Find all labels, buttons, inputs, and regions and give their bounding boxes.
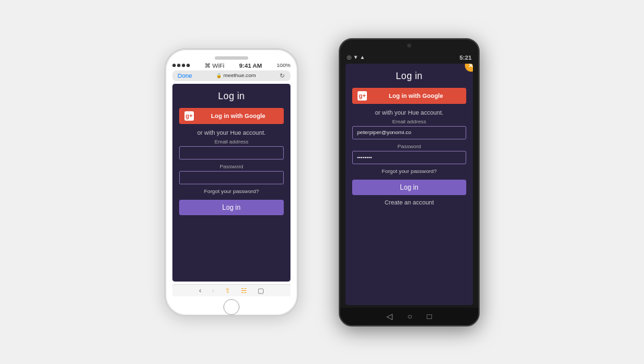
iphone-tabs-icon[interactable]: ▢ <box>258 287 264 294</box>
iphone-screen-title: Log in <box>179 90 284 101</box>
android-google-icon: g+ <box>358 91 367 101</box>
android-screen-title: Log in <box>352 70 466 81</box>
android-recents-button[interactable]: □ <box>427 312 432 321</box>
iphone-home-button[interactable] <box>223 299 239 315</box>
iphone-battery: 100% <box>277 62 290 68</box>
iphone-toolbar: ‹ › ⇧ ☵ ▢ <box>172 284 290 296</box>
iphone-device: ⌘ WiFi 9:41 AM 100% Done 🔒 meethue.com ↻… <box>164 48 299 316</box>
iphone-email-input[interactable] <box>179 146 284 160</box>
android-password-label: Password <box>352 143 466 149</box>
iphone-google-login-button[interactable]: g+ Log in with Google <box>179 108 284 124</box>
browser-refresh-icon[interactable]: ↻ <box>280 72 285 79</box>
android-email-label: Email address <box>352 119 466 125</box>
android-forgot-password[interactable]: Forgot your password? <box>352 168 466 174</box>
google-icon: g+ <box>184 111 194 121</box>
android-create-account[interactable]: Create an account <box>352 199 466 206</box>
android-device: ◎ ▼ ▲ 5:21 ✕ Log in g+ Log in with Googl… <box>339 38 480 326</box>
android-camera-area <box>340 40 478 53</box>
iphone-google-button-label: Log in with Google <box>198 113 278 119</box>
android-login-button[interactable]: Log in <box>352 180 466 195</box>
android-status-bar: ◎ ▼ ▲ 5:21 <box>340 53 478 62</box>
iphone-password-label: Password <box>179 164 284 170</box>
android-nav-bar: ◁ ○ □ <box>340 308 478 325</box>
android-home-button[interactable]: ○ <box>407 312 412 321</box>
iphone-time: 9:41 AM <box>239 62 262 69</box>
browser-done-button[interactable]: Done <box>178 72 193 79</box>
iphone-browser-bar: Done 🔒 meethue.com ↻ <box>172 70 290 81</box>
iphone-bookmark-icon[interactable]: ☵ <box>241 287 247 294</box>
iphone-status-bar: ⌘ WiFi 9:41 AM 100% <box>166 60 297 70</box>
iphone-signal <box>172 64 190 67</box>
android-google-button-label: Log in with Google <box>371 93 461 99</box>
android-back-button[interactable]: ◁ <box>386 312 392 321</box>
android-status-icons: ◎ ▼ ▲ <box>347 54 365 60</box>
android-email-input[interactable] <box>352 126 466 139</box>
iphone-forward-icon[interactable]: › <box>212 287 214 294</box>
iphone-password-input[interactable] <box>179 171 284 184</box>
android-google-login-button[interactable]: g+ Log in with Google <box>352 88 466 104</box>
iphone-share-icon[interactable]: ⇧ <box>225 287 230 294</box>
android-screen: ✕ Log in g+ Log in with Google or with y… <box>345 64 473 305</box>
iphone-screen: Log in g+ Log in with Google or with you… <box>172 84 290 282</box>
browser-url-text: meethue.com <box>223 72 256 78</box>
iphone-wifi-icon: ⌘ WiFi <box>205 62 225 69</box>
android-password-input[interactable] <box>352 151 466 164</box>
android-camera <box>407 44 411 48</box>
android-time: 5:21 <box>460 54 472 61</box>
browser-url-bar[interactable]: 🔒 meethue.com <box>216 72 256 78</box>
close-icon: ✕ <box>468 64 473 69</box>
iphone-login-button[interactable]: Log in <box>179 200 284 215</box>
lock-icon: 🔒 <box>216 73 222 78</box>
iphone-back-icon[interactable]: ‹ <box>199 287 201 294</box>
iphone-or-text: or with your Hue account. <box>179 129 284 136</box>
android-or-text: or with your Hue account. <box>352 109 466 116</box>
iphone-forgot-password[interactable]: Forgot your password? <box>179 188 284 194</box>
iphone-email-label: Email address <box>179 139 284 145</box>
